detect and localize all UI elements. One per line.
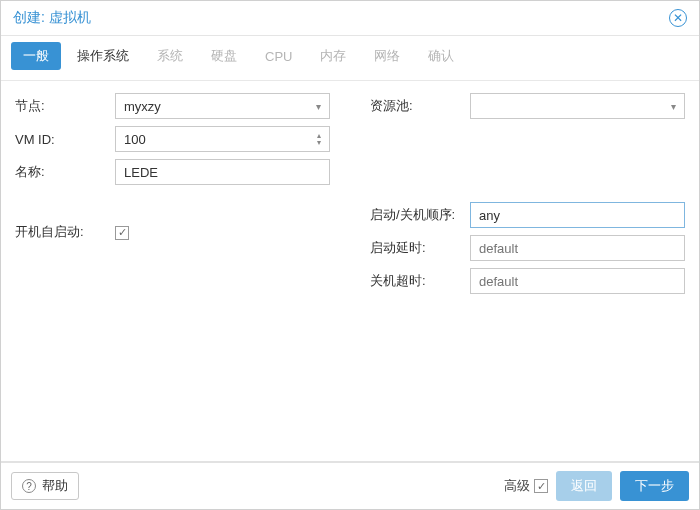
chevron-down-icon[interactable]: ▾ (317, 139, 321, 146)
left-column: 节点: myxzy ▾ VM ID: ▴ ▾ (15, 93, 330, 453)
tab-system: 系统 (145, 42, 195, 70)
vmid-label: VM ID: (15, 132, 115, 147)
advanced-checkbox[interactable]: ✓ (534, 479, 548, 493)
chevron-down-icon: ▾ (316, 101, 321, 112)
field-node: 节点: myxzy ▾ (15, 93, 330, 119)
right-column: 资源池: ▾ 启动/关机顺序: 启动延时: (370, 93, 685, 453)
startup-delay-label: 启动延时: (370, 239, 470, 257)
footer: ? 帮助 高级 ✓ 返回 下一步 (1, 461, 699, 509)
close-icon[interactable]: ✕ (669, 9, 687, 27)
order-input[interactable] (470, 202, 685, 228)
dialog-title: 创建: 虚拟机 (13, 9, 91, 27)
spacer (15, 192, 330, 216)
advanced-label: 高级 (504, 477, 530, 495)
pool-label: 资源池: (370, 97, 470, 115)
tab-network: 网络 (362, 42, 412, 70)
spacer (370, 157, 685, 195)
field-vmid: VM ID: ▴ ▾ (15, 126, 330, 152)
autostart-label: 开机自启动: (15, 223, 115, 241)
help-button[interactable]: ? 帮助 (11, 472, 79, 500)
back-button[interactable]: 返回 (556, 471, 612, 501)
advanced-toggle[interactable]: 高级 ✓ (504, 477, 548, 495)
order-label: 启动/关机顺序: (370, 206, 470, 224)
form-body: 节点: myxzy ▾ VM ID: ▴ ▾ (1, 81, 699, 461)
tab-os[interactable]: 操作系统 (65, 42, 141, 70)
field-startup-delay: 启动延时: (370, 235, 685, 261)
field-name: 名称: (15, 159, 330, 185)
autostart-checkbox[interactable]: ✓ (115, 226, 129, 240)
create-vm-dialog: 创建: 虚拟机 ✕ 一般 操作系统 系统 硬盘 CPU 内存 网络 确认 节点:… (0, 0, 700, 510)
pool-select[interactable]: ▾ (470, 93, 685, 119)
tab-memory: 内存 (308, 42, 358, 70)
tab-confirm: 确认 (416, 42, 466, 70)
spinner-buttons[interactable]: ▴ ▾ (317, 132, 321, 146)
field-order: 启动/关机顺序: (370, 202, 685, 228)
tab-cpu: CPU (253, 44, 304, 69)
tab-general[interactable]: 一般 (11, 42, 61, 70)
node-label: 节点: (15, 97, 115, 115)
field-shutdown-timeout: 关机超时: (370, 268, 685, 294)
startup-delay-input[interactable] (470, 235, 685, 261)
footer-right: 高级 ✓ 返回 下一步 (504, 471, 689, 501)
tabbar: 一般 操作系统 系统 硬盘 CPU 内存 网络 确认 (1, 36, 699, 81)
name-input[interactable] (115, 159, 330, 185)
help-icon: ? (22, 479, 36, 493)
name-label: 名称: (15, 163, 115, 181)
tab-disk: 硬盘 (199, 42, 249, 70)
node-value: myxzy (124, 99, 161, 114)
next-button[interactable]: 下一步 (620, 471, 689, 501)
shutdown-timeout-input[interactable] (470, 268, 685, 294)
field-autostart: 开机自启动: ✓ (15, 223, 330, 241)
shutdown-timeout-label: 关机超时: (370, 272, 470, 290)
vmid-input[interactable] (124, 132, 317, 147)
vmid-spinner[interactable]: ▴ ▾ (115, 126, 330, 152)
spacer (370, 126, 685, 150)
help-label: 帮助 (42, 477, 68, 495)
field-pool: 资源池: ▾ (370, 93, 685, 119)
chevron-down-icon: ▾ (671, 101, 676, 112)
titlebar: 创建: 虚拟机 ✕ (1, 1, 699, 36)
node-select[interactable]: myxzy ▾ (115, 93, 330, 119)
